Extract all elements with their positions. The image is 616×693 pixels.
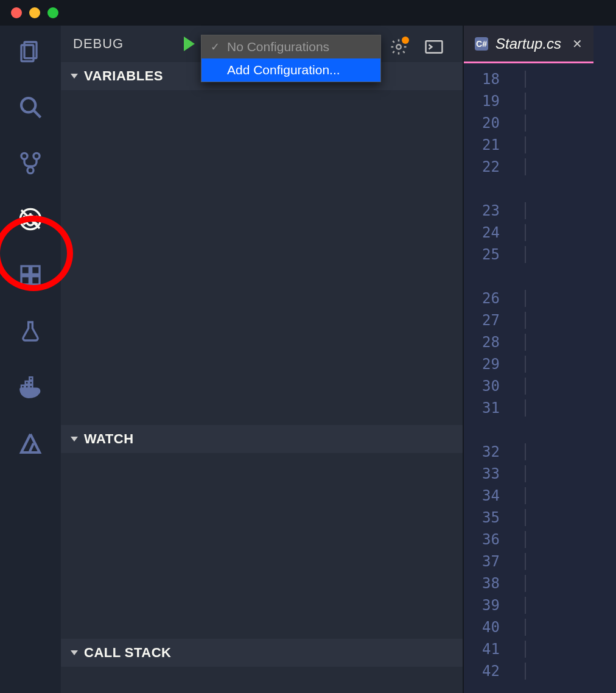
line-number[interactable]: 35 (464, 507, 616, 529)
line-number[interactable]: 28 (464, 331, 616, 353)
tab-startup-cs[interactable]: C# Startup.cs ✕ (464, 26, 593, 63)
line-number[interactable]: 20 (464, 112, 616, 134)
svg-point-6 (27, 167, 33, 174)
svg-point-2 (21, 98, 35, 112)
source-control-icon[interactable] (16, 149, 45, 178)
line-number[interactable]: 41 (464, 638, 616, 660)
line-number[interactable]: 37 (464, 551, 616, 572)
svg-rect-27 (426, 41, 443, 53)
section-label: WATCH (84, 431, 134, 447)
svg-point-4 (21, 153, 27, 159)
fold-gap (464, 419, 616, 441)
line-number[interactable]: 23 (464, 200, 616, 222)
check-icon: ✓ (209, 40, 221, 54)
extensions-icon[interactable] (16, 261, 45, 290)
line-number[interactable]: 40 (464, 616, 616, 638)
svg-point-5 (33, 153, 40, 159)
debug-icon[interactable] (16, 205, 45, 234)
tab-filename: Startup.cs (495, 35, 561, 52)
zoom-window-button[interactable] (47, 7, 58, 18)
line-number[interactable]: 31 (464, 397, 616, 419)
configure-gear-button[interactable] (390, 38, 408, 58)
svg-line-3 (33, 110, 41, 118)
svg-rect-25 (29, 377, 32, 380)
line-number[interactable]: 24 (464, 222, 616, 244)
section-header-watch[interactable]: WATCH (61, 425, 463, 453)
svg-line-12 (35, 216, 38, 218)
activity-bar (0, 26, 61, 693)
minimize-window-button[interactable] (29, 7, 40, 18)
line-number[interactable]: 27 (464, 309, 616, 331)
svg-line-13 (23, 222, 26, 224)
svg-line-11 (23, 216, 26, 218)
line-number[interactable]: 36 (464, 529, 616, 551)
search-icon[interactable] (16, 93, 45, 122)
chevron-down-icon (71, 74, 78, 79)
svg-rect-16 (21, 266, 29, 274)
svg-rect-23 (26, 381, 29, 384)
fold-gap (464, 266, 616, 287)
svg-rect-18 (21, 276, 29, 284)
csharp-file-icon: C# (475, 37, 488, 51)
line-number[interactable]: 22 (464, 156, 616, 178)
chevron-down-icon (71, 650, 78, 655)
editor-gutter: 1819202122232425262728293031323334353637… (464, 63, 616, 682)
svg-point-26 (396, 44, 401, 49)
line-number[interactable]: 38 (464, 572, 616, 594)
line-number[interactable]: 42 (464, 660, 616, 682)
settings-badge (402, 37, 409, 44)
dropdown-item-add-config[interactable]: Add Configuration... (201, 58, 380, 82)
section-label: CALL STACK (84, 645, 172, 661)
debug-console-button[interactable] (425, 40, 443, 56)
line-number[interactable]: 39 (464, 594, 616, 616)
close-window-button[interactable] (11, 7, 22, 18)
docker-icon[interactable] (16, 373, 45, 402)
line-number[interactable]: 33 (464, 463, 616, 485)
line-number[interactable]: 19 (464, 90, 616, 112)
window-titlebar (0, 0, 616, 26)
gear-icon (390, 47, 408, 58)
section-label: VARIABLES (84, 68, 163, 84)
start-debugging-button[interactable] (184, 37, 195, 51)
line-number[interactable]: 18 (464, 68, 616, 90)
dropdown-item-label: No Configurations (227, 40, 329, 54)
editor-group: C# Startup.cs ✕ 181920212223242526272829… (463, 26, 616, 693)
debug-title: DEBUG (73, 36, 177, 52)
line-number[interactable]: 32 (464, 441, 616, 463)
section-header-callstack[interactable]: CALL STACK (61, 639, 463, 667)
section-body-variables (61, 90, 463, 425)
test-icon[interactable] (16, 317, 45, 346)
line-number[interactable]: 30 (464, 375, 616, 397)
section-body-watch (61, 453, 463, 639)
line-number[interactable]: 26 (464, 287, 616, 309)
line-number[interactable]: 29 (464, 353, 616, 375)
line-number[interactable]: 34 (464, 485, 616, 507)
close-icon[interactable]: ✕ (572, 37, 583, 51)
chevron-down-icon (71, 437, 78, 441)
azure-icon[interactable] (16, 429, 45, 458)
editor-tabs: C# Startup.cs ✕ (464, 26, 616, 63)
debug-header: DEBUG ✓ No Configurations Add Configurat… (61, 26, 463, 62)
dropdown-item-no-config[interactable]: ✓ No Configurations (201, 35, 380, 58)
line-number[interactable]: 25 (464, 244, 616, 266)
line-number[interactable]: 21 (464, 134, 616, 156)
fold-gap (464, 178, 616, 200)
explorer-icon[interactable] (16, 37, 45, 66)
svg-rect-24 (29, 381, 32, 384)
dropdown-item-label: Add Configuration... (227, 63, 340, 77)
svg-rect-17 (32, 266, 40, 274)
debug-config-dropdown[interactable]: ✓ No Configurations Add Configuration... (201, 35, 381, 82)
debug-sidebar: DEBUG ✓ No Configurations Add Configurat… (61, 26, 463, 693)
svg-rect-19 (32, 276, 40, 284)
